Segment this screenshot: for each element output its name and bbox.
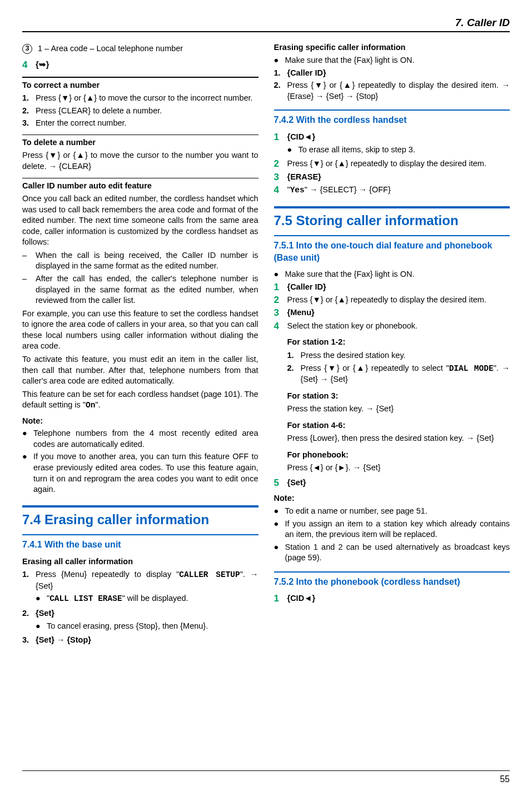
cordless-step-4: 4 "Yes" → {SELECT} → {OFF} — [274, 185, 510, 196]
autoedit-p1: Once you call back an edited number, the… — [22, 193, 258, 248]
two-column-layout: 3 1 – Area code – Local telephone number… — [22, 42, 510, 648]
station-3-para: Press the station key. → {Set} — [287, 404, 510, 415]
erase-specific-prereq: ●Make sure that the {Fax} light is ON. — [274, 55, 510, 66]
heading-7-5-2: 7.5.2 Into the phonebook (cordless hands… — [274, 571, 510, 588]
station-4-6-head: For station 4-6: — [287, 420, 510, 431]
heading-7-5-1: 7.5.1 Into the one-touch dial feature an… — [274, 235, 510, 263]
autoedit-dashes: –When the call is being received, the Ca… — [22, 250, 258, 306]
store-prereq: ●Make sure that the {Fax} light is ON. — [274, 269, 510, 280]
delete-number-head: To delete a number — [22, 135, 258, 148]
note-bullet-2: ●If you move to another area, you can tu… — [22, 451, 258, 495]
autoedit-dash-2: –After the call has ended, the caller's … — [22, 273, 258, 306]
cordless-step-2: 2 Press {▼} or {▲} repeatedly to display… — [274, 158, 510, 170]
station-1-2-head: For station 1-2: — [287, 337, 510, 348]
autoedit-p2: For example, you can use this feature to… — [22, 309, 258, 352]
correct-step-2: 2.Press {CLEAR} to delete a number. — [22, 106, 258, 117]
correct-step-3: 3.Enter the correct number. — [22, 118, 258, 129]
note-label: Note: — [22, 416, 258, 427]
erase-specific-steps: 1.{Caller ID} 2.Press {▼} or {▲} repeate… — [274, 68, 510, 102]
erase-all-step-1-bullet: ● "CALL LIST ERASE" will be displayed. — [36, 593, 258, 605]
delete-number-para: Press {▼} or {▲} to move the cursor to t… — [22, 150, 258, 172]
correct-step-1: 1.Press {▼} or {▲} to move the cursor to… — [22, 93, 258, 104]
correct-number-steps: 1.Press {▼} or {▲} to move the cursor to… — [22, 93, 258, 129]
autoedit-p4: This feature can be set for each cordles… — [22, 389, 258, 411]
big-step-4-key: {➥} — [36, 59, 258, 71]
heading-7-5: 7.5 Storing caller information — [274, 206, 510, 230]
store-step-5: 5 {Set} — [274, 477, 510, 489]
autoedit-p3: To activate this feature, you must edit … — [22, 354, 258, 387]
erase-all-head: Erasing all caller information — [22, 556, 258, 568]
circled-3: 3 — [22, 44, 32, 54]
note-bullet-1: ●Telephone numbers from the 4 most recen… — [22, 428, 258, 450]
phonebook-head: For phonebook: — [287, 450, 510, 461]
erase-all-step-1: 1. Press {Menu} repeatedly to display "C… — [22, 569, 258, 606]
heading-7-4: 7.4 Erasing caller information — [22, 505, 258, 529]
heading-7-4-2: 7.4.2 With the cordless handset — [274, 110, 510, 126]
erase-all-step-3: 3. {Set} → {Stop} — [22, 635, 258, 646]
station-3-head: For station 3: — [287, 391, 510, 402]
store-step-3: 3 {Menu} — [274, 307, 510, 319]
left-column: 3 1 – Area code – Local telephone number… — [22, 42, 258, 648]
section-header: 7. Caller ID — [22, 16, 510, 32]
erase-specific-step-2: 2.Press {▼} or {▲} repeatedly to display… — [274, 80, 510, 102]
erase-all-step-2-bullet: ●To cancel erasing, press {Stop}, then {… — [36, 621, 208, 632]
right-column: Erasing specific caller information ●Mak… — [274, 42, 510, 648]
option-3: 3 1 – Area code – Local telephone number — [22, 43, 258, 54]
correct-number-head: To correct a number — [22, 77, 258, 91]
erase-specific-head: Erasing specific caller information — [274, 42, 510, 53]
cordless-step-3: 3 {ERASE} — [274, 172, 510, 183]
cordless-step-1: 1 {CID◄} ●To erase all items, skip to st… — [274, 132, 510, 157]
store-note-label: Note: — [274, 493, 510, 504]
page-number: 55 — [500, 774, 510, 784]
store-step-1: 1 {Caller ID} — [274, 282, 510, 293]
autoedit-head: Caller ID number auto edit feature — [22, 178, 258, 192]
note-bullets: ●Telephone numbers from the 4 most recen… — [22, 428, 258, 495]
big-step-4: 4 {➥} — [22, 59, 258, 71]
phonebook-para: Press {◄} or {►}. → {Set} — [287, 462, 510, 474]
store-note-bullets: ●To edit a name or number, see page 51. … — [274, 506, 510, 564]
station-4-6-para: Press {Lower}, then press the desired st… — [287, 433, 510, 444]
erase-specific-step-1: 1.{Caller ID} — [274, 68, 510, 79]
store-step-4: 4 Select the station key or phonebook. F… — [274, 321, 510, 476]
big-step-4-num: 4 — [22, 59, 36, 71]
autoedit-dash-1: –When the call is being received, the Ca… — [22, 250, 258, 272]
station-1-2-steps: 1.Press the desired station key. 2. Pres… — [287, 350, 510, 385]
page-footer: 55 — [22, 770, 510, 785]
page: 7. Caller ID 3 1 – Area code – Local tel… — [0, 0, 532, 648]
store-step-2: 2 Press {▼} or {▲} repeatedly to display… — [274, 295, 510, 306]
option-3-text: 1 – Area code – Local telephone number — [38, 43, 183, 54]
heading-7-4-1: 7.4.1 With the base unit — [22, 534, 258, 551]
erase-all-steps: 1. Press {Menu} repeatedly to display "C… — [22, 569, 258, 645]
pb-cordless-step-1: 1 {CID◄} — [274, 593, 510, 604]
erase-all-step-2: 2. {Set} ●To cancel erasing, press {Stop… — [22, 608, 258, 633]
